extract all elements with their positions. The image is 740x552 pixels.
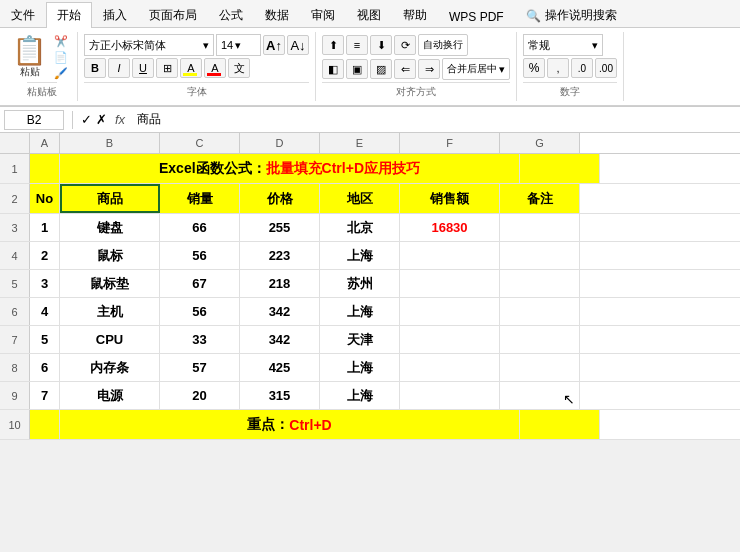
decrease-indent-button[interactable]: ⇐ xyxy=(394,59,416,79)
cell-g1[interactable] xyxy=(520,154,600,183)
cell-e8[interactable]: 上海 xyxy=(320,354,400,381)
cell-b9[interactable]: 电源 xyxy=(60,382,160,409)
format-painter-button[interactable]: 🖌️ xyxy=(51,66,71,81)
tab-review[interactable]: 审阅 xyxy=(300,2,346,28)
align-middle-button[interactable]: ≡ xyxy=(346,35,368,55)
decrease-decimal-button[interactable]: .0 xyxy=(571,58,593,78)
cell-a1[interactable] xyxy=(30,154,60,183)
cell-e7[interactable]: 天津 xyxy=(320,326,400,353)
col-header-a[interactable]: A xyxy=(30,133,60,153)
cell-e4[interactable]: 上海 xyxy=(320,242,400,269)
cell-g2[interactable]: 备注 xyxy=(500,184,580,213)
cell-f9[interactable] xyxy=(400,382,500,409)
cell-c7[interactable]: 33 xyxy=(160,326,240,353)
cell-d4[interactable]: 223 xyxy=(240,242,320,269)
paste-button[interactable]: 📋 xyxy=(12,37,47,65)
bold-button[interactable]: B xyxy=(84,58,106,78)
cell-d2[interactable]: 价格 xyxy=(240,184,320,213)
cell-g5[interactable] xyxy=(500,270,580,297)
cell-a10[interactable] xyxy=(30,410,60,439)
cell-b1[interactable]: Excel函数公式：批量填充Ctrl+D应用技巧 xyxy=(60,154,520,183)
cell-b6[interactable]: 主机 xyxy=(60,298,160,325)
tab-wps-pdf[interactable]: WPS PDF xyxy=(438,5,515,28)
checkmark-icon[interactable]: ✓ xyxy=(81,112,92,127)
cell-e2[interactable]: 地区 xyxy=(320,184,400,213)
cell-d7[interactable]: 342 xyxy=(240,326,320,353)
cell-e6[interactable]: 上海 xyxy=(320,298,400,325)
col-header-c[interactable]: C xyxy=(160,133,240,153)
cell-reference-input[interactable] xyxy=(4,110,64,130)
cell-c6[interactable]: 56 xyxy=(160,298,240,325)
cell-a6[interactable]: 4 xyxy=(30,298,60,325)
font-name-dropdown[interactable]: 方正小标宋简体 ▾ xyxy=(84,34,214,56)
tab-view[interactable]: 视图 xyxy=(346,2,392,28)
cell-f5[interactable] xyxy=(400,270,500,297)
cell-c5[interactable]: 67 xyxy=(160,270,240,297)
cell-a2[interactable]: No xyxy=(30,184,60,213)
merge-center-button[interactable]: 合并后居中 ▾ xyxy=(442,58,510,80)
cell-f6[interactable] xyxy=(400,298,500,325)
tab-file[interactable]: 文件 xyxy=(0,2,46,28)
align-top-button[interactable]: ⬆ xyxy=(322,35,344,55)
cell-a9[interactable]: 7 xyxy=(30,382,60,409)
underline-button[interactable]: U xyxy=(132,58,154,78)
cell-c9[interactable]: 20 xyxy=(160,382,240,409)
tab-formula[interactable]: 公式 xyxy=(208,2,254,28)
cell-g9[interactable]: ↖ xyxy=(500,382,580,409)
align-bottom-button[interactable]: ⬇ xyxy=(370,35,392,55)
cell-a8[interactable]: 6 xyxy=(30,354,60,381)
fill-color-button[interactable]: A xyxy=(180,58,202,78)
cell-f4[interactable] xyxy=(400,242,500,269)
align-right-button[interactable]: ▨ xyxy=(370,59,392,79)
col-header-b[interactable]: B xyxy=(60,133,160,153)
copy-button[interactable]: 📄 xyxy=(51,50,71,65)
increase-decimal-button[interactable]: .00 xyxy=(595,58,617,78)
font-size-dropdown[interactable]: 14 ▾ xyxy=(216,34,261,56)
cell-b4[interactable]: 鼠标 xyxy=(60,242,160,269)
font-color-button[interactable]: A xyxy=(204,58,226,78)
tab-insert[interactable]: 插入 xyxy=(92,2,138,28)
tab-search[interactable]: 🔍 操作说明搜索 xyxy=(515,2,628,28)
col-header-f[interactable]: F xyxy=(400,133,500,153)
tab-page-layout[interactable]: 页面布局 xyxy=(138,2,208,28)
thousands-button[interactable]: , xyxy=(547,58,569,78)
border-button[interactable]: ⊞ xyxy=(156,58,178,78)
cut-button[interactable]: ✂️ xyxy=(51,34,71,49)
text-angle-button[interactable]: ⟳ xyxy=(394,35,416,55)
special-char-button[interactable]: 文 xyxy=(228,58,250,78)
cell-d3[interactable]: 255 xyxy=(240,214,320,241)
cell-e9[interactable]: 上海 xyxy=(320,382,400,409)
cell-g7[interactable] xyxy=(500,326,580,353)
cell-c3[interactable]: 66 xyxy=(160,214,240,241)
col-header-e[interactable]: E xyxy=(320,133,400,153)
cell-b2[interactable]: 商品 xyxy=(60,184,160,213)
percent-button[interactable]: % xyxy=(523,58,545,78)
cell-f3[interactable]: 16830 xyxy=(400,214,500,241)
cell-g10[interactable] xyxy=(520,410,600,439)
cell-b5[interactable]: 鼠标垫 xyxy=(60,270,160,297)
cell-d6[interactable]: 342 xyxy=(240,298,320,325)
cell-b7[interactable]: CPU xyxy=(60,326,160,353)
tab-help[interactable]: 帮助 xyxy=(392,2,438,28)
font-size-decrease-button[interactable]: A↓ xyxy=(287,35,309,55)
cell-e5[interactable]: 苏州 xyxy=(320,270,400,297)
cell-a7[interactable]: 5 xyxy=(30,326,60,353)
col-header-d[interactable]: D xyxy=(240,133,320,153)
cell-f8[interactable] xyxy=(400,354,500,381)
number-format-dropdown[interactable]: 常规 ▾ xyxy=(523,34,603,56)
italic-button[interactable]: I xyxy=(108,58,130,78)
cell-c8[interactable]: 57 xyxy=(160,354,240,381)
cell-g4[interactable] xyxy=(500,242,580,269)
tab-data[interactable]: 数据 xyxy=(254,2,300,28)
cell-g6[interactable] xyxy=(500,298,580,325)
cell-g8[interactable] xyxy=(500,354,580,381)
cell-e3[interactable]: 北京 xyxy=(320,214,400,241)
cell-d5[interactable]: 218 xyxy=(240,270,320,297)
cell-a4[interactable]: 2 xyxy=(30,242,60,269)
formula-input[interactable] xyxy=(133,113,736,127)
align-center-button[interactable]: ▣ xyxy=(346,59,368,79)
font-size-increase-button[interactable]: A↑ xyxy=(263,35,285,55)
cell-b8[interactable]: 内存条 xyxy=(60,354,160,381)
cell-c2[interactable]: 销量 xyxy=(160,184,240,213)
increase-indent-button[interactable]: ⇒ xyxy=(418,59,440,79)
